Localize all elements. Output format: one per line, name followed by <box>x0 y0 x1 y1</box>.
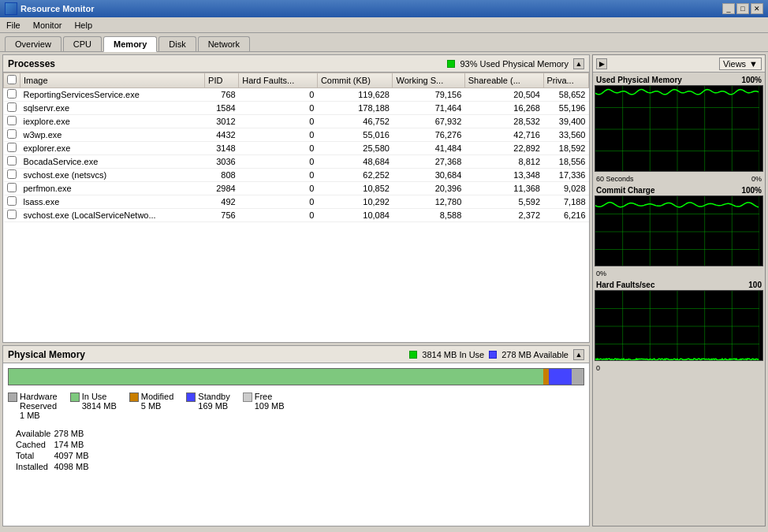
row-checkbox-cell[interactable] <box>4 115 21 128</box>
row-commit: 10,852 <box>317 182 393 195</box>
col-working-set[interactable]: Working S... <box>393 73 464 88</box>
close-button[interactable]: ✕ <box>751 3 763 14</box>
table-row: ReportingServicesService.exe 768 0 119,6… <box>4 88 589 102</box>
row-checkbox-cell[interactable] <box>4 169 21 182</box>
table-row: svchost.exe (netsvcs) 808 0 62,252 30,68… <box>4 169 589 182</box>
legend-box-free <box>243 392 252 402</box>
chart-canvas-commit <box>595 195 763 266</box>
stat-label-total: Total <box>16 450 54 461</box>
maximize-button[interactable]: □ <box>736 3 749 14</box>
menu-help[interactable]: Help <box>71 20 95 31</box>
col-checkbox[interactable] <box>4 73 21 88</box>
row-working-set: 41,484 <box>393 142 464 155</box>
row-image: iexplore.exe <box>21 115 205 128</box>
row-shareable: 28,532 <box>464 115 543 128</box>
views-dropdown[interactable]: Views ▼ <box>719 58 762 70</box>
row-checkbox-cell[interactable] <box>4 182 21 195</box>
chart-bottom-physical: 60 Seconds 0% <box>595 175 763 183</box>
memory-legend: Hardware Reserved 1 MB In Use 3814 MB <box>8 392 584 420</box>
legend-val-standby: 169 MB <box>198 401 229 411</box>
row-commit: 46,752 <box>317 115 393 128</box>
row-working-set: 27,368 <box>393 155 464 169</box>
processes-section: Processes 93% Used Physical Memory ▲ Ima… <box>2 54 590 343</box>
row-commit: 62,252 <box>317 169 393 182</box>
row-hard-faults: 0 <box>239 88 318 102</box>
processes-title: Processes <box>8 58 55 69</box>
row-working-set: 76,276 <box>393 128 464 142</box>
right-play-btn[interactable]: ▶ <box>596 58 607 69</box>
row-checkbox-cell[interactable] <box>4 142 21 155</box>
row-shareable: 13,348 <box>464 169 543 182</box>
row-image: w3wp.exe <box>21 128 205 142</box>
memory-collapse-btn[interactable]: ▲ <box>573 349 584 360</box>
row-checkbox-cell[interactable] <box>4 88 21 102</box>
row-checkbox-cell[interactable] <box>4 195 21 209</box>
row-pid: 2984 <box>205 182 239 195</box>
legend-label-inuse: In Use <box>82 392 117 401</box>
col-hard-faults[interactable]: Hard Faults... <box>239 73 318 88</box>
memory-stats: Available278 MB Cached174 MB Total4097 M… <box>8 428 584 472</box>
chart-pct-commit: 100% <box>741 186 762 195</box>
row-commit: 119,628 <box>317 88 393 102</box>
stats-labels: Available278 MB Cached174 MB Total4097 M… <box>16 428 91 472</box>
tab-cpu[interactable]: CPU <box>63 36 102 51</box>
chart-0pct-1: 0% <box>751 175 762 183</box>
legend-hardware-reserved: Hardware Reserved 1 MB <box>8 392 58 420</box>
processes-collapse-btn[interactable]: ▲ <box>573 58 584 69</box>
menu-monitor[interactable]: Monitor <box>30 20 65 31</box>
stat-label-available: Available <box>16 428 54 439</box>
legend-label-standby: Standby <box>198 392 229 401</box>
tab-disk[interactable]: Disk <box>158 36 196 51</box>
stat-val-total: 4097 MB <box>54 450 91 461</box>
row-pid: 3036 <box>205 155 239 169</box>
chart-label-commit: Commit Charge 100% <box>595 184 763 195</box>
row-pid: 3148 <box>205 142 239 155</box>
chart-used-physical: Used Physical Memory 100% 60 Seconds 0% <box>595 74 763 183</box>
row-working-set: 12,780 <box>393 195 464 209</box>
tab-overview[interactable]: Overview <box>5 36 62 51</box>
row-pid: 1584 <box>205 102 239 115</box>
row-hard-faults: 0 <box>239 182 318 195</box>
row-working-set: 71,464 <box>393 102 464 115</box>
tab-memory[interactable]: Memory <box>103 36 157 52</box>
minimize-button[interactable]: _ <box>722 3 735 14</box>
legend-box-modified <box>129 392 139 402</box>
chart-canvas-physical <box>595 85 763 172</box>
processes-table: Image PID Hard Faults... Commit (KB) Wor… <box>3 73 589 222</box>
physical-memory-status: 3814 MB In Use 278 MB Available ▲ <box>409 349 584 360</box>
row-shareable: 11,368 <box>464 182 543 195</box>
col-pid[interactable]: PID <box>205 73 239 88</box>
mem-bar-free <box>572 369 583 385</box>
row-commit: 10,084 <box>317 209 393 222</box>
col-image[interactable]: Image <box>21 73 205 88</box>
menu-file[interactable]: File <box>3 20 24 31</box>
stat-val-cached: 174 MB <box>54 439 91 450</box>
col-shareable[interactable]: Shareable (... <box>464 73 543 88</box>
processes-tbody: ReportingServicesService.exe 768 0 119,6… <box>4 88 589 222</box>
available-status-icon <box>489 351 497 359</box>
legend-inuse: In Use 3814 MB <box>70 392 117 420</box>
chart-pct-physical: 100% <box>741 76 762 84</box>
views-chevron-icon: ▼ <box>749 59 758 69</box>
mem-bar-standby <box>549 369 572 385</box>
row-image: svchost.exe (netsvcs) <box>21 169 205 182</box>
row-checkbox-cell[interactable] <box>4 128 21 142</box>
row-checkbox-cell[interactable] <box>4 155 21 169</box>
row-image: ReportingServicesService.exe <box>21 88 205 102</box>
chart-title-commit: Commit Charge <box>596 186 654 195</box>
charts-area: Used Physical Memory 100% 60 Seconds 0% … <box>593 73 765 526</box>
row-private: 17,336 <box>543 169 589 182</box>
row-checkbox-cell[interactable] <box>4 102 21 115</box>
processes-table-container[interactable]: Image PID Hard Faults... Commit (KB) Wor… <box>3 73 589 342</box>
row-working-set: 79,156 <box>393 88 464 102</box>
row-hard-faults: 0 <box>239 128 318 142</box>
row-working-set: 8,588 <box>393 209 464 222</box>
tab-network[interactable]: Network <box>198 36 250 51</box>
row-shareable: 2,372 <box>464 209 543 222</box>
col-commit[interactable]: Commit (KB) <box>317 73 393 88</box>
chart-commit-charge: Commit Charge 100% 0% <box>595 184 763 277</box>
col-private[interactable]: Priva... <box>543 73 589 88</box>
row-commit: 10,292 <box>317 195 393 209</box>
row-checkbox-cell[interactable] <box>4 209 21 222</box>
row-hard-faults: 0 <box>239 102 318 115</box>
